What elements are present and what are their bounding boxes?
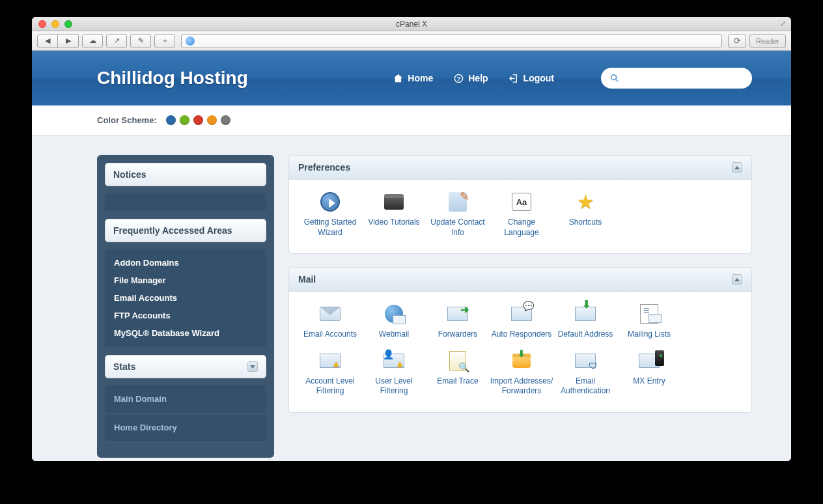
- svg-text:?: ?: [457, 76, 461, 82]
- logout-icon: [509, 74, 519, 83]
- sidebar-link[interactable]: File Manager: [105, 272, 266, 289]
- fullscreen-icon[interactable]: ⤢: [780, 20, 786, 28]
- star-icon: ★: [574, 190, 597, 214]
- app-label: Email Accounts: [298, 329, 362, 340]
- contact-icon: [446, 190, 469, 214]
- app-mail[interactable]: Email Accounts: [298, 302, 362, 340]
- help-icon: ?: [454, 74, 464, 83]
- color-swatch-0[interactable]: [166, 115, 176, 125]
- mail-header[interactable]: Mail: [289, 268, 751, 292]
- preferences-title: Preferences: [298, 162, 350, 173]
- collapse-icon[interactable]: [732, 162, 742, 173]
- app-label: User Level Filtering: [362, 376, 426, 397]
- reload-button[interactable]: ⟳: [728, 34, 746, 48]
- freq-header[interactable]: Frequently Accessed Areas: [105, 219, 266, 242]
- app-label: Shortcuts: [553, 217, 617, 228]
- color-scheme-label: Color Scheme:: [97, 115, 157, 125]
- list-icon: [637, 302, 661, 326]
- close-button[interactable]: [38, 20, 46, 28]
- app-label: Email Authentication: [553, 376, 617, 397]
- mx-icon: [637, 349, 661, 372]
- app-trace[interactable]: Email Trace: [426, 349, 490, 397]
- app-label: Video Tutorials: [362, 217, 426, 228]
- titlebar: cPanel X ⤢: [32, 17, 791, 31]
- app-userlvl[interactable]: User Level Filtering: [362, 349, 426, 397]
- app-list[interactable]: Mailing Lists: [617, 302, 681, 340]
- nav-help-label: Help: [468, 73, 488, 83]
- video-icon: [382, 190, 406, 214]
- collapse-icon[interactable]: [732, 274, 742, 285]
- play-icon: [318, 190, 342, 214]
- search-box[interactable]: [601, 68, 752, 89]
- sidebar-link[interactable]: Addon Domains: [105, 254, 266, 272]
- notices-header[interactable]: Notices: [105, 163, 266, 186]
- mail-body: Email AccountsWebmailForwardersAuto Resp…: [289, 292, 751, 412]
- nav-logout[interactable]: Logout: [509, 73, 554, 83]
- color-swatch-1[interactable]: [180, 115, 189, 125]
- stats-header[interactable]: Stats: [105, 355, 266, 378]
- app-webmail[interactable]: Webmail: [362, 302, 426, 340]
- color-swatch-4[interactable]: [221, 115, 230, 125]
- nav-home[interactable]: Home: [393, 73, 433, 83]
- app-auth[interactable]: Email Authentication: [553, 349, 617, 397]
- app-label: Mailing Lists: [617, 329, 681, 340]
- preferences-panel: Preferences Getting Started WizardVideo …: [288, 155, 752, 254]
- app-play[interactable]: Getting Started Wizard: [298, 190, 362, 238]
- stats-body: Main DomainHome Directory: [105, 385, 266, 442]
- app-star[interactable]: ★Shortcuts: [553, 190, 617, 238]
- app-contact[interactable]: Update Contact Info: [426, 190, 490, 238]
- app-label: Import Addresses/ Forwarders: [490, 376, 553, 397]
- app-video[interactable]: Video Tutorials: [362, 190, 426, 238]
- bookmark-button[interactable]: ✎: [130, 34, 151, 48]
- reader-button[interactable]: Reader: [749, 34, 786, 48]
- color-swatch-2[interactable]: [193, 115, 203, 125]
- preferences-header[interactable]: Preferences: [289, 156, 751, 180]
- minimize-button[interactable]: [51, 20, 59, 28]
- app-mx[interactable]: MX Entry: [617, 349, 681, 397]
- freq-body: Addon DomainsFile ManagerEmail AccountsF…: [105, 249, 266, 347]
- cpanel-header: Chillidog Hosting Home ? Help Logout: [32, 51, 791, 105]
- page-content: Chillidog Hosting Home ? Help Logout: [32, 51, 791, 461]
- app-label: Default Address: [553, 329, 617, 340]
- app-default[interactable]: Default Address: [553, 302, 617, 340]
- maximize-button[interactable]: [64, 20, 72, 28]
- svg-line-3: [616, 79, 619, 82]
- share-button[interactable]: ↗: [106, 34, 127, 48]
- mail-panel: Mail Email AccountsWebmailForwardersAuto…: [288, 267, 752, 413]
- stat-item: Home Directory: [105, 413, 266, 442]
- nav-help[interactable]: ? Help: [454, 73, 488, 83]
- collapse-icon[interactable]: [247, 361, 258, 372]
- app-label: Email Trace: [426, 376, 490, 387]
- icloud-button[interactable]: ☁: [82, 34, 103, 48]
- panels-column: Preferences Getting Started WizardVideo …: [288, 155, 752, 458]
- sidebar-link[interactable]: FTP Accounts: [105, 307, 266, 324]
- browser-toolbar: ◀ ▶ ☁ ↗ ✎ ＋ ⟳ Reader: [32, 31, 791, 51]
- back-button[interactable]: ◀: [37, 34, 58, 48]
- app-import[interactable]: Import Addresses/ Forwarders: [490, 349, 553, 397]
- app-label: Change Language: [490, 217, 553, 238]
- main-content: Notices Frequently Accessed Areas Addon …: [32, 135, 791, 458]
- sidebar-link[interactable]: Email Accounts: [105, 289, 266, 307]
- address-bar[interactable]: [181, 34, 722, 48]
- app-acclvl[interactable]: Account Level Filtering: [298, 349, 362, 397]
- stats-title: Stats: [113, 361, 135, 372]
- search-input[interactable]: [624, 74, 743, 83]
- userlvl-icon: [382, 349, 406, 372]
- app-label: Account Level Filtering: [298, 376, 362, 397]
- forward-button[interactable]: ▶: [58, 34, 79, 48]
- import-icon: [510, 349, 533, 372]
- sidebar-link[interactable]: MySQL® Database Wizard: [105, 324, 266, 342]
- fwd-icon: [446, 302, 469, 326]
- add-tab-button[interactable]: ＋: [154, 34, 175, 48]
- app-fwd[interactable]: Forwarders: [426, 302, 490, 340]
- app-lang[interactable]: AaChange Language: [490, 190, 553, 238]
- app-auto[interactable]: Auto Responders: [490, 302, 553, 340]
- color-swatch-3[interactable]: [207, 115, 217, 125]
- color-swatches: [166, 115, 230, 125]
- browser-window: cPanel X ⤢ ◀ ▶ ☁ ↗ ✎ ＋ ⟳ Reader Chillido…: [32, 17, 791, 461]
- preferences-body: Getting Started WizardVideo TutorialsUpd…: [289, 180, 751, 253]
- app-label: Webmail: [362, 329, 426, 340]
- nav-logout-label: Logout: [523, 73, 554, 83]
- trace-icon: [446, 349, 469, 372]
- home-icon: [393, 74, 403, 83]
